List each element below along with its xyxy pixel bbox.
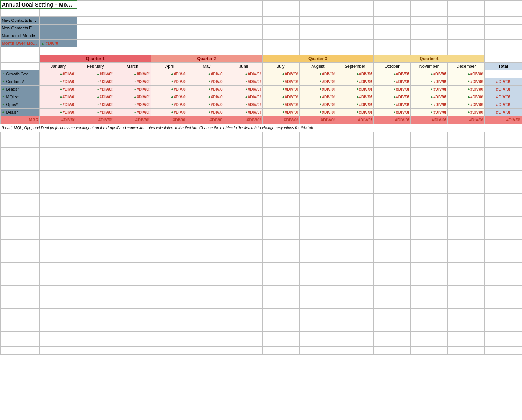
mrr-label: MRR bbox=[0, 116, 40, 124]
growth-goal-apr[interactable]: ▲#DIV/0! bbox=[151, 70, 188, 78]
contacts-label: ▲ Contacts* bbox=[0, 78, 40, 85]
new-contacts-last-row: New Contacts Earned in Last Month bbox=[0, 24, 522, 32]
month-oct: October bbox=[374, 62, 411, 70]
q3-header: Quarter 3 bbox=[262, 55, 374, 62]
growth-rate-error: #DIV/0! bbox=[45, 41, 59, 46]
leads-label: ▲ Leads* bbox=[0, 85, 40, 93]
mrr-row: MRR #DIV/0! #DIV/0! #DIV/0! #DIV/0! #DIV… bbox=[0, 116, 522, 124]
mqls-total: #DIV/0! bbox=[484, 93, 522, 101]
filler-17 bbox=[0, 255, 522, 262]
filler-13 bbox=[0, 224, 522, 232]
filler-12 bbox=[0, 216, 522, 224]
opps-row: ▲ Opps* ▲#DIV/0! ▲#DIV/0! ▲#DIV/0! ▲#DIV… bbox=[0, 101, 522, 108]
growth-goal-aug[interactable]: ▲#DIV/0! bbox=[299, 70, 336, 78]
deals-row: ▲ Deals* ▲#DIV/0! ▲#DIV/0! ▲#DIV/0! ▲#DI… bbox=[0, 108, 522, 116]
empty-row-2 bbox=[0, 47, 522, 55]
month-header-row: January February March April May June Ju… bbox=[0, 62, 522, 70]
filler-20 bbox=[0, 278, 522, 285]
flag-4: ▲ bbox=[2, 102, 5, 106]
growth-goal-may[interactable]: ▲#DIV/0! bbox=[188, 70, 225, 78]
month-apr: April bbox=[151, 62, 188, 70]
q2-header: Quarter 2 bbox=[151, 55, 263, 62]
flag-1: ▲ bbox=[2, 79, 5, 83]
leads-total: #DIV/0! bbox=[484, 85, 522, 93]
footnote: *Lead, MQL, Opp, and Deal projections ar… bbox=[0, 124, 522, 132]
growth-goal-sep[interactable]: ▲#DIV/0! bbox=[336, 70, 374, 78]
month-aug: August bbox=[299, 62, 336, 70]
new-contacts-last-label: New Contacts Earned in Last Month bbox=[0, 24, 40, 32]
filler-28 bbox=[0, 339, 522, 346]
filler-6 bbox=[0, 170, 522, 178]
filler-2 bbox=[0, 140, 522, 147]
growth-flag-icon: ▲ bbox=[41, 42, 44, 46]
filler-21 bbox=[0, 285, 522, 293]
new-contacts-first-label: New Contacts Earned in First Month bbox=[0, 16, 40, 24]
month-may: May bbox=[188, 62, 225, 70]
month-jan: January bbox=[40, 62, 77, 70]
filler-15 bbox=[0, 239, 522, 247]
deals-label: ▲ Deals* bbox=[0, 108, 40, 116]
num-months-label: Number of Months bbox=[0, 32, 40, 39]
leads-row: ▲ Leads* ▲#DIV/0! ▲#DIV/0! ▲#DIV/0! ▲#DI… bbox=[0, 85, 522, 93]
filler-27 bbox=[0, 331, 522, 339]
filler-16 bbox=[0, 247, 522, 255]
growth-rate-value: ▲ #DIV/0! bbox=[40, 39, 77, 47]
filler-29 bbox=[0, 346, 522, 354]
growth-goal-oct[interactable]: ▲#DIV/0! bbox=[374, 70, 411, 78]
spreadsheet: Annual Goal Setting – Monthly bbox=[0, 0, 522, 420]
month-dec: December bbox=[448, 62, 485, 70]
growth-goal-jul[interactable]: ▲#DIV/0! bbox=[262, 70, 299, 78]
growth-goal-label: ▲ Growth Goal bbox=[0, 70, 40, 78]
growth-goal-mar[interactable]: ▲#DIV/0! bbox=[114, 70, 151, 78]
flag-2: ▲ bbox=[2, 87, 5, 90]
new-contacts-first-row: New Contacts Earned in First Month bbox=[0, 16, 522, 24]
mrr-total: #DIV/0! bbox=[484, 116, 522, 124]
num-months-row: Number of Months bbox=[0, 32, 522, 39]
filler-18 bbox=[0, 262, 522, 270]
mqls-row: ▲ MQLs* ▲#DIV/0! ▲#DIV/0! ▲#DIV/0! ▲#DIV… bbox=[0, 93, 522, 101]
filler-26 bbox=[0, 324, 522, 331]
growth-goal-nov[interactable]: ▲#DIV/0! bbox=[411, 70, 448, 78]
filler-19 bbox=[0, 270, 522, 278]
main-table: Annual Goal Setting – Monthly bbox=[0, 0, 522, 355]
month-jul: July bbox=[262, 62, 299, 70]
month-feb: February bbox=[77, 62, 114, 70]
growth-goal-jan[interactable]: ▲#DIV/0! bbox=[40, 70, 77, 78]
total-header: Total bbox=[484, 62, 522, 70]
filler-24 bbox=[0, 308, 522, 316]
filler-10 bbox=[0, 201, 522, 209]
growth-goal-jun[interactable]: ▲#DIV/0! bbox=[225, 70, 262, 78]
flag-0: ▲ bbox=[2, 72, 5, 75]
filler-4 bbox=[0, 155, 522, 163]
month-jun: June bbox=[225, 62, 262, 70]
empty-row-1 bbox=[0, 9, 522, 16]
q4-header: Quarter 4 bbox=[374, 55, 485, 62]
month-nov: November bbox=[411, 62, 448, 70]
contacts-row: ▲ Contacts* ▲#DIV/0! ▲#DIV/0! ▲#DIV/0! ▲… bbox=[0, 78, 522, 85]
filler-5 bbox=[0, 163, 522, 170]
opps-label: ▲ Opps* bbox=[0, 101, 40, 108]
title-row: Annual Goal Setting – Monthly bbox=[0, 0, 522, 9]
month-sep: September bbox=[336, 62, 374, 70]
filler-25 bbox=[0, 316, 522, 324]
footnote-row: *Lead, MQL, Opp, and Deal projections ar… bbox=[0, 124, 522, 132]
growth-goal-feb[interactable]: ▲#DIV/0! bbox=[77, 70, 114, 78]
filler-9 bbox=[0, 193, 522, 201]
growth-goal-dec[interactable]: ▲#DIV/0! bbox=[448, 70, 485, 78]
q1-header: Quarter 1 bbox=[40, 55, 151, 62]
filler-11 bbox=[0, 209, 522, 216]
filler-14 bbox=[0, 232, 522, 239]
mqls-label: ▲ MQLs* bbox=[0, 93, 40, 101]
growth-goal-total bbox=[484, 70, 522, 78]
contacts-total: #DIV/0! bbox=[484, 78, 522, 85]
flag-5: ▲ bbox=[2, 110, 5, 113]
spreadsheet-title: Annual Goal Setting – Monthly bbox=[0, 0, 77, 9]
growth-rate-label: Month-Over-Month Growth Rate bbox=[0, 39, 40, 47]
filler-1 bbox=[0, 132, 522, 140]
filler-23 bbox=[0, 301, 522, 308]
growth-rate-row: Month-Over-Month Growth Rate ▲ #DIV/0! bbox=[0, 39, 522, 47]
filler-3 bbox=[0, 147, 522, 155]
month-mar: March bbox=[114, 62, 151, 70]
filler-22 bbox=[0, 293, 522, 301]
growth-goal-row: ▲ Growth Goal ▲#DIV/0! ▲#DIV/0! ▲#DIV/0!… bbox=[0, 70, 522, 78]
